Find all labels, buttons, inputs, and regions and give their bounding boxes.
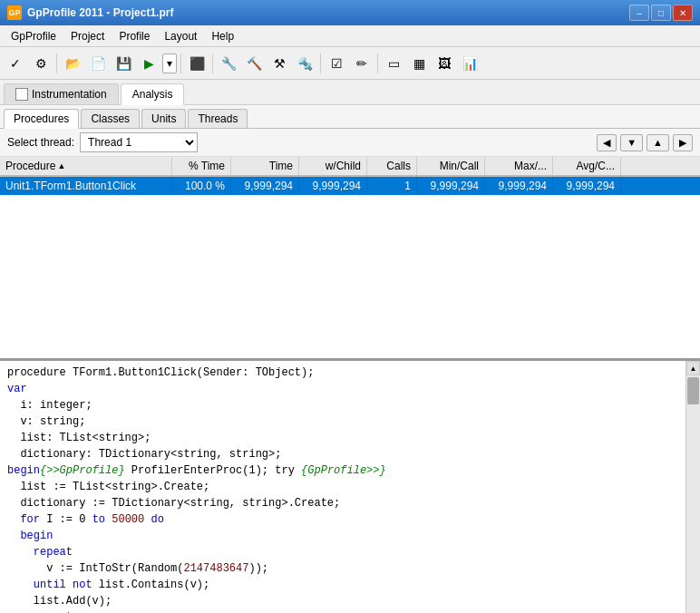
scroll-up-button[interactable]: ▲ [686, 361, 700, 375]
code-line-9: dictionary := TDictionary<string, string… [7, 495, 678, 511]
upper-panel: Instrumentation Analysis Procedures Clas… [0, 80, 700, 361]
window-title: GpProfile 2011 - Project1.prf [27, 6, 173, 19]
toolbar-btn-16[interactable]: 🖼 [433, 52, 456, 75]
col-header-maxcall[interactable]: Max/... [485, 157, 553, 175]
code-line-15: list.Add(v); [7, 593, 678, 609]
code-wrapper: procedure TForm1.Button1Click(Sender: TO… [0, 361, 700, 613]
tab-instrumentation[interactable]: Instrumentation [4, 83, 119, 104]
cell-maxcall: 9,999,294 [485, 177, 553, 195]
vertical-scrollbar[interactable]: ▲ ▼ [685, 361, 700, 613]
toolbar-btn-15[interactable]: ▦ [407, 52, 431, 75]
nav-forward-button[interactable]: ▶ [673, 134, 693, 151]
toolbar-sep-1 [56, 54, 57, 73]
code-line-8: list := TList<string>.Create; [7, 479, 678, 495]
toolbar-btn-13[interactable]: ✏ [350, 52, 374, 75]
window-controls: – □ ✕ [629, 5, 693, 21]
toolbar-btn-7[interactable]: ⬛ [185, 52, 209, 75]
table-row[interactable]: Unit1.TForm1.Button1Click 100.0 % 9,999,… [0, 177, 700, 196]
toolbar-btn-4[interactable]: 📄 [86, 52, 110, 75]
code-line-13: v := IntToStr(Random(2147483647)); [7, 560, 678, 577]
code-line-12: repeat [7, 544, 678, 560]
toolbar-sep-2 [180, 54, 181, 73]
toolbar-btn-6[interactable]: ▶ [137, 52, 160, 75]
cell-pct: 100.0 % [172, 177, 231, 195]
col-header-procedure[interactable]: Procedure ▲ [0, 157, 172, 175]
main-tabs: Instrumentation Analysis [0, 80, 700, 105]
toolbar-btn-14[interactable]: ▭ [382, 52, 405, 75]
code-line-16: repeat [7, 609, 678, 613]
instrumentation-checkbox[interactable] [15, 88, 28, 101]
menu-project[interactable]: Project [63, 28, 112, 44]
tab-classes[interactable]: Classes [81, 109, 140, 128]
scroll-thumb[interactable] [687, 377, 699, 404]
tab-threads[interactable]: Threads [188, 109, 248, 128]
tab-analysis[interactable]: Analysis [121, 83, 185, 105]
toolbar-btn-11[interactable]: 🔩 [293, 52, 316, 75]
code-line-7: begin{>>GpProfile} ProfilerEnterProc(1);… [7, 462, 678, 479]
toolbar-sep-3 [212, 54, 213, 73]
nav-down-button[interactable]: ▼ [620, 134, 643, 151]
toolbar-btn-17[interactable]: 📊 [458, 52, 481, 75]
cell-mincall: 9,999,294 [417, 177, 485, 195]
cell-calls: 1 [367, 177, 417, 195]
toolbar-btn-8[interactable]: 🔧 [217, 52, 240, 75]
toolbar-btn-3[interactable]: 📂 [61, 52, 84, 75]
title-bar-left: GP GpProfile 2011 - Project1.prf [7, 5, 173, 20]
code-line-3: i: integer; [7, 397, 678, 414]
code-line-10: for I := 0 to 50000 do [7, 511, 678, 528]
col-header-avgc[interactable]: Avg/C... [553, 157, 621, 175]
menu-profile[interactable]: Profile [112, 28, 157, 44]
col-header-pct[interactable]: % Time [172, 157, 231, 175]
menu-layout[interactable]: Layout [157, 28, 204, 44]
col-header-time[interactable]: Time [231, 157, 299, 175]
code-line-6: dictionary: TDictionary<string, string>; [7, 446, 678, 462]
code-line-2: var [7, 381, 678, 397]
col-header-mincall[interactable]: Min/Call [417, 157, 485, 175]
menu-help[interactable]: Help [204, 28, 241, 44]
toolbar-sep-4 [320, 54, 321, 73]
toolbar: ✓ ⚙ 📂 📄 💾 ▶ ▾ ⬛ 🔧 🔨 ⚒ 🔩 ☑ ✏ ▭ ▦ 🖼 📊 [0, 47, 700, 80]
title-bar: GP GpProfile 2011 - Project1.prf – □ ✕ [0, 0, 700, 25]
nav-back-button[interactable]: ◀ [597, 134, 617, 151]
code-line-1: procedure TForm1.Button1Click(Sender: TO… [7, 365, 678, 381]
app-icon: GP [7, 5, 22, 20]
cell-time: 9,999,294 [231, 177, 299, 195]
scroll-track[interactable] [686, 375, 700, 613]
instrumentation-label: Instrumentation [32, 88, 107, 101]
thread-select[interactable]: Thread 1 [80, 132, 198, 152]
col-header-calls[interactable]: Calls [367, 157, 417, 175]
thread-selector: Select thread: Thread 1 ◀ ▼ ▲ ▶ [0, 129, 700, 157]
menu-gpprofile[interactable]: GpProfile [4, 28, 63, 44]
code-line-11: begin [7, 528, 678, 544]
minimize-button[interactable]: – [629, 5, 649, 21]
toolbar-sep-5 [377, 54, 378, 73]
toolbar-btn-2[interactable]: ⚙ [29, 52, 53, 75]
toolbar-btn-1[interactable]: ✓ [4, 52, 27, 75]
cell-avgc: 9,999,294 [553, 177, 621, 195]
sort-arrow-icon: ▲ [57, 161, 65, 170]
close-button[interactable]: ✕ [673, 5, 693, 21]
menu-bar: GpProfile Project Profile Layout Help [0, 25, 700, 47]
cell-wchild: 9,999,294 [299, 177, 367, 195]
sub-tabs: Procedures Classes Units Threads [0, 105, 700, 129]
tab-procedures[interactable]: Procedures [4, 109, 79, 129]
toolbar-dropdown[interactable]: ▾ [162, 54, 177, 73]
toolbar-btn-5[interactable]: 💾 [112, 52, 135, 75]
col-header-wchild[interactable]: w/Child [299, 157, 367, 175]
code-line-5: list: TList<string>; [7, 430, 678, 446]
code-line-4: v: string; [7, 414, 678, 430]
code-line-14: until not list.Contains(v); [7, 577, 678, 593]
procedures-grid: Procedure ▲ % Time Time w/Child Calls Mi… [0, 157, 700, 358]
thread-selector-label: Select thread: [7, 136, 74, 149]
nav-buttons: ◀ ▼ ▲ ▶ [597, 134, 693, 151]
nav-up-button[interactable]: ▲ [647, 134, 669, 151]
cell-procedure: Unit1.TForm1.Button1Click [0, 177, 172, 195]
grid-header: Procedure ▲ % Time Time w/Child Calls Mi… [0, 157, 700, 177]
toolbar-btn-9[interactable]: 🔨 [242, 52, 266, 75]
tab-units[interactable]: Units [141, 109, 186, 128]
analysis-label: Analysis [132, 88, 173, 101]
restore-button[interactable]: □ [651, 5, 671, 21]
code-area[interactable]: procedure TForm1.Button1Click(Sender: TO… [0, 361, 685, 613]
toolbar-btn-12[interactable]: ☑ [325, 52, 348, 75]
toolbar-btn-10[interactable]: ⚒ [267, 52, 291, 75]
